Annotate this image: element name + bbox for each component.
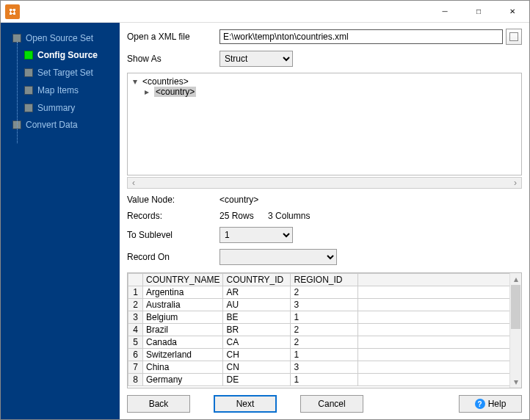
row-number: 7 <box>128 361 143 374</box>
help-icon: ? <box>475 399 485 409</box>
nav-label: Config Source <box>37 50 98 60</box>
records-rows: 25 Rows <box>219 211 254 221</box>
tree-collapse-icon[interactable]: ▾ <box>131 76 139 87</box>
records-cols: 3 Columns <box>268 211 310 221</box>
nav-set-target-set[interactable]: Set Target Set <box>1 64 120 82</box>
app-icon <box>5 4 20 19</box>
row-number: 5 <box>128 336 143 349</box>
table-cell[interactable]: Canada <box>143 336 223 349</box>
table-row[interactable]: 5CanadaCA2 <box>128 336 521 349</box>
scroll-right-icon[interactable]: › <box>509 178 521 188</box>
table-cell[interactable]: 1 <box>291 311 358 324</box>
row-number: 2 <box>128 299 143 311</box>
nav-label: Set Target Set <box>37 68 93 78</box>
table-row[interactable]: 3BelgiumBE1 <box>128 311 521 324</box>
col-header[interactable]: REGION_ID <box>291 274 358 286</box>
table-row[interactable]: 6SwitzerlandCH1 <box>128 349 521 361</box>
table-row[interactable]: 4BrazilBR2 <box>128 324 521 336</box>
table-row[interactable]: 7ChinaCN3 <box>128 361 521 374</box>
row-number: 3 <box>128 311 143 324</box>
table-cell[interactable]: Germany <box>143 374 223 386</box>
cancel-button[interactable]: Cancel <box>300 395 363 413</box>
step-icon <box>24 86 33 95</box>
help-label: Help <box>488 399 507 409</box>
browse-icon <box>509 32 518 41</box>
maximize-button[interactable]: □ <box>462 1 495 23</box>
table-cell-empty <box>358 374 521 386</box>
table-cell[interactable]: Australia <box>143 299 223 311</box>
scroll-thumb[interactable] <box>511 285 520 329</box>
browse-button[interactable] <box>506 29 522 45</box>
table-cell[interactable]: BR <box>223 324 291 336</box>
help-button[interactable]: ? Help <box>459 395 522 413</box>
table-cell[interactable]: 2 <box>291 336 358 349</box>
table-cell[interactable]: 2 <box>291 286 358 299</box>
scroll-down-icon[interactable]: ▾ <box>510 376 521 388</box>
table-cell[interactable]: 2 <box>291 324 358 336</box>
col-header[interactable]: COUNTRY_NAME <box>143 274 223 286</box>
table-row[interactable]: 2AustraliaAU3 <box>128 299 521 311</box>
data-table[interactable]: COUNTRY_NAME COUNTRY_ID REGION_ID 1Argen… <box>128 273 521 386</box>
table-cell[interactable]: AU <box>223 299 291 311</box>
tree-selected-node[interactable]: <country> <box>154 87 196 97</box>
table-row[interactable]: 8GermanyDE1 <box>128 374 521 386</box>
to-sublevel-label: To Sublevel <box>127 230 219 240</box>
main-panel: Open a XML file Show As Struct ▾ <countr… <box>120 23 529 419</box>
back-button[interactable]: Back <box>127 395 190 413</box>
table-cell[interactable]: DE <box>223 374 291 386</box>
table-cell[interactable]: CH <box>223 349 291 361</box>
nav-summary[interactable]: Summary <box>1 99 120 117</box>
file-path-input[interactable] <box>219 29 503 44</box>
nav-label: Open Source Set <box>26 33 93 43</box>
table-cell-empty <box>358 349 521 361</box>
nav-label: Convert Data <box>26 120 78 130</box>
table-cell[interactable]: Brazil <box>143 324 223 336</box>
table-cell[interactable]: CA <box>223 336 291 349</box>
table-cell[interactable]: BE <box>223 311 291 324</box>
table-cell[interactable]: Switzerland <box>143 349 223 361</box>
step-active-icon <box>24 51 33 59</box>
step-icon <box>24 104 33 112</box>
minimize-button[interactable]: ─ <box>428 1 462 23</box>
xml-tree[interactable]: ▾ <countries> ▸ <country> <box>127 73 522 175</box>
value-node-value: <country> <box>219 195 258 205</box>
table-cell[interactable]: 1 <box>291 374 358 386</box>
records-label: Records: <box>127 211 219 221</box>
nav-label: Summary <box>37 103 75 113</box>
button-bar: Back Next Cancel ? Help <box>127 388 522 413</box>
table-cell[interactable]: 3 <box>291 299 358 311</box>
table-cell[interactable]: Belgium <box>143 311 223 324</box>
scroll-up-icon[interactable]: ▴ <box>510 273 521 285</box>
nav-label: Map Items <box>37 85 79 95</box>
to-sublevel-select[interactable]: 1 <box>219 227 293 243</box>
scroll-left-icon[interactable]: ‹ <box>128 178 139 188</box>
table-cell[interactable]: CN <box>223 361 291 374</box>
table-cell-empty <box>358 311 521 324</box>
nav-config-source[interactable]: Config Source <box>1 46 120 64</box>
tree-root-node[interactable]: <countries> <box>142 76 189 87</box>
table-cell[interactable]: 1 <box>291 349 358 361</box>
table-cell[interactable]: AR <box>223 286 291 299</box>
open-file-label: Open a XML file <box>127 32 219 42</box>
tree-hscrollbar[interactable]: ‹ › <box>127 177 522 189</box>
show-as-select[interactable]: Struct <box>219 51 293 67</box>
next-button[interactable]: Next <box>214 395 277 413</box>
step-icon <box>24 68 33 77</box>
table-cell-empty <box>358 286 521 299</box>
nav-map-items[interactable]: Map Items <box>1 82 120 99</box>
table-cell-empty <box>358 361 521 374</box>
record-on-select[interactable] <box>219 249 337 265</box>
nav-convert-data[interactable]: Convert Data <box>1 117 120 133</box>
col-header[interactable]: COUNTRY_ID <box>223 274 291 286</box>
table-vscrollbar[interactable]: ▴ ▾ <box>509 273 521 388</box>
row-number: 4 <box>128 324 143 336</box>
row-number: 6 <box>128 349 143 361</box>
close-button[interactable]: ✕ <box>495 1 529 23</box>
table-cell[interactable]: Argentina <box>143 286 223 299</box>
tree-expand-icon[interactable]: ▸ <box>142 87 151 97</box>
table-row[interactable]: 1ArgentinaAR2 <box>128 286 521 299</box>
nav-open-source-set[interactable]: Open Source Set <box>1 30 120 46</box>
table-cell[interactable]: China <box>143 361 223 374</box>
col-header-empty <box>358 274 521 286</box>
table-cell[interactable]: 3 <box>291 361 358 374</box>
